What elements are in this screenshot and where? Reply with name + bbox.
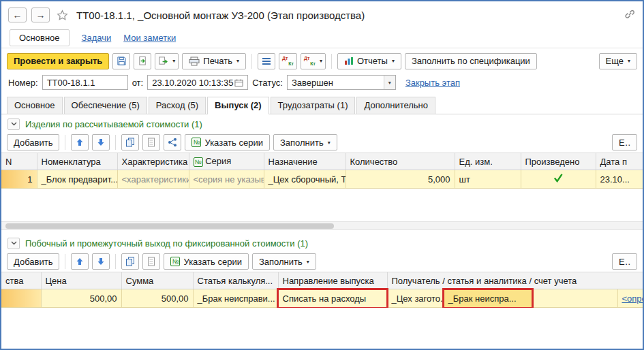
col-output-direction[interactable]: Направление выпуска bbox=[278, 272, 387, 289]
series-icon: № bbox=[194, 157, 203, 167]
nav-link-tasks[interactable]: Задачи bbox=[82, 33, 112, 43]
cell-unit[interactable]: шт bbox=[455, 170, 521, 189]
collapse-button[interactable] bbox=[7, 238, 20, 249]
tab-output[interactable]: Выпуск (2) bbox=[207, 97, 269, 114]
set-series-button[interactable]: № Указать серии bbox=[185, 134, 269, 150]
post-and-close-button[interactable]: Провести и закрыть bbox=[7, 53, 109, 69]
more-button[interactable]: Еще ▾ bbox=[599, 53, 637, 69]
col-assignment[interactable]: Назначение bbox=[264, 153, 346, 170]
col-nomenclature[interactable]: Номенклатура bbox=[37, 153, 117, 170]
share-structure-button[interactable] bbox=[164, 134, 181, 150]
tab-consumption[interactable]: Расход (5) bbox=[149, 97, 206, 114]
create-based-on-button[interactable]: ▾ bbox=[155, 53, 179, 69]
fill-button[interactable]: Заполнить ▾ bbox=[273, 134, 337, 150]
cell-nomenclature[interactable]: _Блок предварит... bbox=[37, 170, 117, 189]
col-receiver-analytics-account[interactable]: Получатель / статья и аналитика / счет у… bbox=[387, 272, 643, 289]
move-down-button[interactable] bbox=[92, 134, 110, 150]
grid-more-button[interactable]: Еще bbox=[612, 253, 637, 270]
cell-quantity[interactable]: 5,000 bbox=[346, 170, 455, 189]
dtkt-register-button[interactable]: ДтКт ▾ bbox=[301, 53, 326, 69]
nav-link-notes[interactable]: Мои заметки bbox=[123, 33, 176, 43]
cell-empty[interactable] bbox=[532, 289, 617, 308]
move-up-button[interactable] bbox=[71, 253, 89, 270]
col-date-start[interactable]: Дата п bbox=[596, 153, 643, 170]
cell-cost-item[interactable]: _Брак неисправи... bbox=[193, 289, 278, 308]
set-series-button[interactable]: № Указать серии bbox=[164, 253, 248, 270]
close-stage-link[interactable]: Закрыть этап bbox=[405, 78, 460, 88]
col-series[interactable]: № Серия bbox=[189, 153, 264, 170]
byproducts-row[interactable]: 500,00 500,00 _Брак неисправи... Списать… bbox=[1, 289, 643, 308]
tab-additional[interactable]: Дополнительно bbox=[356, 97, 435, 114]
favorite-star-icon[interactable] bbox=[57, 10, 68, 21]
add-row-button[interactable]: Добавить bbox=[7, 134, 59, 150]
products-row[interactable]: 1 _Блок предварит... <характеристики... … bbox=[1, 170, 643, 189]
cell-assignment[interactable]: _Цех сборочный, ТТ... bbox=[264, 170, 346, 189]
toolbar-separator bbox=[331, 54, 332, 69]
cell-receiver[interactable]: _Цех загото... bbox=[387, 289, 444, 308]
tab-provision[interactable]: Обеспечение (5) bbox=[64, 97, 147, 114]
post-document-button[interactable] bbox=[134, 53, 151, 69]
move-down-button[interactable] bbox=[92, 253, 110, 270]
cell-series[interactable]: <серия не указыв... bbox=[189, 170, 264, 189]
toolbar-separator bbox=[251, 54, 252, 69]
col-quantity-cut[interactable]: ства bbox=[1, 272, 41, 289]
horizontal-scrollbar[interactable] bbox=[1, 221, 643, 230]
col-produced[interactable]: Произведено bbox=[521, 153, 596, 170]
sheet-button[interactable] bbox=[142, 253, 160, 270]
sheet-button[interactable] bbox=[142, 134, 160, 150]
print-button[interactable]: Печать ▾ bbox=[182, 53, 246, 69]
tab-main[interactable]: Основное bbox=[7, 97, 63, 114]
list-icon bbox=[262, 57, 271, 65]
cell-n[interactable]: 1 bbox=[1, 170, 37, 189]
sheet-icon bbox=[147, 257, 155, 266]
tab-labor[interactable]: Трудозатраты (1) bbox=[271, 97, 356, 114]
titlebar: ← → ТТ00-18.1.1, _Основной монтаж УЗ-200… bbox=[1, 1, 643, 27]
fill-button[interactable]: Заполнить ▾ bbox=[252, 253, 316, 270]
col-characteristic[interactable]: Характеристика bbox=[117, 153, 189, 170]
move-up-button[interactable] bbox=[71, 134, 89, 150]
cell-row-indicator[interactable] bbox=[1, 289, 41, 308]
dtkt-postings-button[interactable]: ДтКт bbox=[279, 53, 297, 69]
scrollbar-thumb[interactable] bbox=[5, 223, 334, 229]
arrow-up-icon bbox=[76, 257, 84, 266]
cell-account[interactable]: <опре... bbox=[617, 289, 643, 308]
chevron-down-icon[interactable]: ▾ bbox=[384, 76, 395, 89]
number-field[interactable]: ТТ00-18.1.1 bbox=[42, 75, 128, 90]
cell-amount[interactable]: 500,00 bbox=[121, 289, 193, 308]
col-cost-item[interactable]: Статья калькуля... bbox=[193, 272, 278, 289]
byproducts-grid-toolbar: Добавить № Указать серии Заполнить ▾ Еще bbox=[1, 251, 643, 272]
sheet-icon bbox=[147, 138, 155, 147]
col-quantity[interactable]: Количество bbox=[346, 153, 455, 170]
copy-row-button[interactable] bbox=[121, 134, 139, 150]
cell-produced-checkbox[interactable] bbox=[521, 170, 596, 189]
col-amount[interactable]: Сумма bbox=[121, 272, 193, 289]
copy-icon bbox=[125, 257, 135, 266]
status-label: Статус: bbox=[252, 78, 283, 88]
show-in-list-button[interactable] bbox=[258, 53, 275, 69]
cell-date-start[interactable]: 23.10... bbox=[596, 170, 643, 189]
save-button[interactable] bbox=[112, 53, 130, 69]
collapse-button[interactable] bbox=[7, 118, 20, 130]
col-price[interactable]: Цена bbox=[41, 272, 121, 289]
date-field[interactable]: 23.10.2020 10:13:35 bbox=[147, 75, 248, 90]
calendar-icon[interactable] bbox=[234, 78, 243, 87]
cell-characteristic[interactable]: <характеристики... bbox=[117, 170, 189, 189]
back-button[interactable]: ← bbox=[8, 7, 27, 22]
reports-button[interactable]: Отчеты ▾ bbox=[337, 53, 401, 69]
nav-tab-main[interactable]: Основное bbox=[10, 29, 70, 46]
cell-price[interactable]: 500,00 bbox=[41, 289, 121, 308]
cell-analytics[interactable]: _Брак неиспра... bbox=[444, 289, 532, 308]
forward-button[interactable]: → bbox=[31, 7, 50, 22]
document-tabstrip: Основное Обеспечение (5) Расход (5) Выпу… bbox=[1, 95, 643, 114]
copy-row-button[interactable] bbox=[121, 253, 139, 270]
add-row-button[interactable]: Добавить bbox=[7, 253, 59, 270]
byproducts-grid-empty-area bbox=[1, 308, 643, 349]
grid-more-button[interactable]: Еще bbox=[612, 134, 637, 150]
products-header-row: N Номенклатура Характеристика № Серия На… bbox=[1, 153, 643, 170]
copy-link-icon[interactable] bbox=[624, 8, 636, 22]
cell-output-direction[interactable]: Списать на расходы bbox=[278, 289, 387, 308]
fill-by-specification-button[interactable]: Заполнить по спецификации bbox=[405, 53, 537, 69]
col-n[interactable]: N bbox=[1, 153, 37, 170]
col-unit[interactable]: Ед. изм. bbox=[455, 153, 521, 170]
status-select[interactable]: Завершен ▾ bbox=[287, 75, 396, 90]
